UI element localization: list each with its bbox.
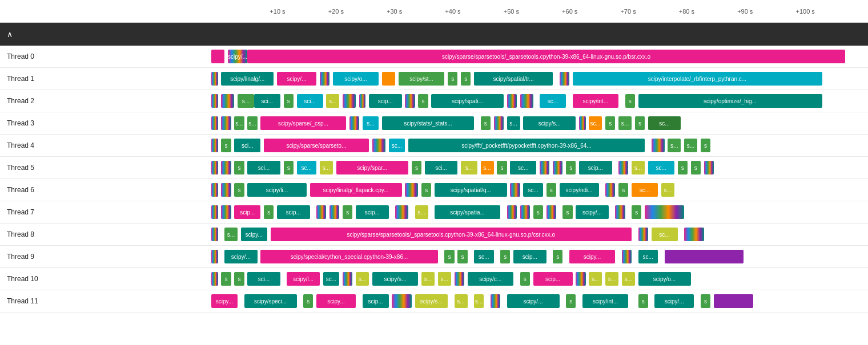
track-bar[interactable] — [615, 205, 625, 219]
track-bar[interactable] — [221, 205, 231, 219]
track-bar[interactable]: s — [618, 183, 628, 197]
track-bar[interactable]: sci... — [254, 94, 280, 108]
track-bar[interactable]: scip... — [234, 205, 260, 219]
track-bar[interactable]: scip... — [356, 205, 389, 219]
track-bar[interactable] — [316, 205, 326, 219]
track-bar[interactable]: scip... — [277, 205, 310, 219]
track-bar[interactable]: s — [635, 116, 645, 130]
track-bar[interactable] — [714, 294, 753, 308]
track-bar[interactable] — [665, 250, 744, 263]
track-bar[interactable]: scipy/s... — [372, 272, 419, 286]
track-bar[interactable]: s — [546, 183, 556, 197]
track-bar[interactable]: s — [421, 183, 431, 197]
track-bar[interactable]: s... — [415, 205, 428, 219]
track-bar[interactable]: sc... — [652, 228, 678, 241]
track-bar[interactable]: s — [691, 161, 701, 174]
track-bar[interactable]: sc... — [474, 250, 494, 263]
track-bar[interactable]: s — [678, 161, 688, 174]
track-bar[interactable] — [211, 72, 218, 86]
track-bar[interactable]: scipy/stats/_stats... — [382, 116, 474, 130]
track-bar[interactable]: s... — [605, 272, 618, 286]
track-bar[interactable] — [553, 161, 562, 174]
track-bar[interactable]: scipy/st... — [399, 72, 445, 86]
track-bar[interactable]: scipy/special/cython_special.cpython-39-… — [260, 250, 438, 263]
track-bar[interactable]: sci... — [247, 272, 280, 286]
track-bar[interactable]: s — [605, 116, 615, 130]
track-bar[interactable]: s... — [363, 116, 379, 130]
track-bar[interactable] — [540, 161, 549, 174]
track-bar[interactable]: s — [638, 294, 648, 308]
track-bar[interactable]: scipy/l... — [287, 272, 320, 286]
track-bar[interactable]: scipy/... — [507, 294, 560, 308]
track-bar[interactable]: scipy/interpolate/_rbfinterp_pythran.c..… — [573, 72, 822, 86]
track-bar[interactable]: s — [461, 72, 471, 86]
track-bar[interactable]: scipy/fft/_pocketfft/pypocketfft.cpython… — [408, 139, 645, 152]
track-bar[interactable] — [211, 161, 218, 174]
track-bar[interactable]: sc... — [589, 116, 602, 130]
track-bar[interactable]: s... — [326, 94, 339, 108]
track-bar[interactable] — [221, 94, 234, 108]
track-bar[interactable]: s — [625, 94, 635, 108]
track-bar[interactable]: sci... — [425, 161, 458, 174]
track-bar[interactable] — [605, 183, 615, 197]
track-bar[interactable]: scipy/spar... — [336, 161, 409, 174]
track-bar[interactable]: scipy/c... — [468, 272, 514, 286]
track-bar[interactable] — [211, 205, 218, 219]
track-bar[interactable] — [343, 94, 356, 108]
track-bar[interactable]: sci... — [234, 139, 260, 152]
track-bar[interactable]: s — [481, 116, 491, 130]
track-bar[interactable] — [618, 161, 628, 174]
track-bar[interactable]: sc... — [648, 116, 681, 130]
track-bar[interactable]: s... — [247, 116, 257, 130]
track-bar[interactable]: s — [221, 272, 231, 286]
track-bar[interactable]: sc... — [389, 139, 405, 152]
track-bar[interactable]: scipy/sparse/_csp... — [260, 116, 346, 130]
track-bar[interactable] — [211, 94, 218, 108]
track-bar[interactable]: scipy/linalg/_flapack.cpy... — [310, 183, 402, 197]
track-bar[interactable]: scipy/ndi... — [560, 183, 599, 197]
track-bar[interactable] — [560, 72, 569, 86]
track-bar[interactable]: s... — [661, 183, 674, 197]
track-bar[interactable] — [382, 72, 395, 86]
track-bar[interactable]: sci... — [297, 94, 323, 108]
track-bar[interactable]: sc... — [297, 161, 317, 174]
collapse-chevron[interactable]: ∧ — [7, 30, 13, 39]
track-bar[interactable]: scipy/s... — [415, 294, 448, 308]
track-bar[interactable]: sc... — [638, 250, 658, 263]
track-bar[interactable] — [349, 116, 359, 130]
track-bar[interactable] — [395, 205, 408, 219]
track-bar[interactable]: scipy... — [316, 294, 356, 308]
track-bar[interactable]: s — [221, 139, 231, 152]
track-bar[interactable]: scipy/... — [277, 72, 316, 86]
track-bar[interactable]: s — [234, 161, 244, 174]
track-bar[interactable]: scipy/sparse/sparsetools/_sparsetools.cp… — [247, 50, 845, 63]
track-bar[interactable] — [359, 94, 366, 108]
track-bar[interactable]: s... — [461, 161, 477, 174]
track-bar[interactable] — [638, 228, 648, 241]
track-bar[interactable]: s — [632, 205, 641, 219]
track-bar[interactable]: s — [566, 161, 576, 174]
track-bar[interactable]: scipy/o... — [333, 72, 379, 86]
track-bar[interactable] — [405, 94, 415, 108]
track-bar[interactable] — [507, 205, 517, 219]
track-bar[interactable]: scipy/spatia... — [435, 205, 500, 219]
track-bar[interactable]: scipy/int... — [582, 294, 629, 308]
track-bar[interactable]: scipy/sparse/sparsetools/_sparsetools.cp… — [271, 228, 632, 241]
track-bar[interactable] — [579, 116, 586, 130]
track-bar[interactable] — [211, 139, 218, 152]
track-bar[interactable]: scipy... — [241, 228, 267, 241]
track-bar[interactable]: s... — [238, 94, 254, 108]
track-bar[interactable]: s — [234, 272, 244, 286]
track-bar[interactable]: s — [497, 161, 507, 174]
track-bar[interactable]: s — [444, 250, 454, 263]
track-bar[interactable]: s — [701, 294, 710, 308]
track-bar[interactable] — [405, 183, 418, 197]
track-bar[interactable]: s — [284, 94, 294, 108]
track-bar[interactable]: scip... — [533, 272, 573, 286]
track-bar[interactable]: sci... — [247, 161, 280, 174]
track-bar[interactable]: s... — [507, 116, 520, 130]
track-bar[interactable]: s — [701, 139, 710, 152]
track-bar[interactable]: s... — [455, 294, 468, 308]
track-bar[interactable]: s... — [320, 161, 333, 174]
track-bar[interactable] — [576, 272, 585, 286]
